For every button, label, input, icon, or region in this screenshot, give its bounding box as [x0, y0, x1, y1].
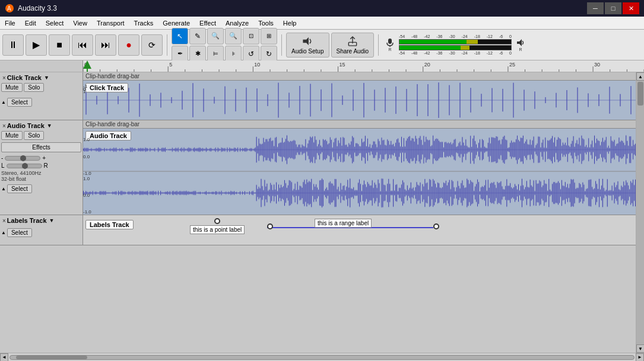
- vscroll-down-button[interactable]: ▼: [636, 344, 644, 353]
- menubar: File Edit Select View Transport Tracks G…: [0, 17, 644, 30]
- click-track-body: Clip-handle drag-bar Click Track 1 0 -1: [83, 72, 636, 120]
- empty-track-area: [0, 245, 636, 353]
- audio-setup-button[interactable]: Audio Setup: [286, 33, 329, 57]
- titlebar: A Audacity 3.3 ─ □ ✕: [0, 0, 644, 17]
- audio-setup-label: Audio Setup: [291, 48, 324, 55]
- menu-select[interactable]: Select: [41, 17, 69, 30]
- vscroll-thumb[interactable]: [637, 82, 643, 106]
- skip-back-button[interactable]: ⏮: [72, 34, 93, 56]
- select-tool-button[interactable]: ↖: [172, 28, 188, 44]
- fit-track-button[interactable]: ⊞: [261, 28, 277, 44]
- redo-button[interactable]: ↻: [261, 46, 277, 62]
- audio-track-info1: Stereo, 44100Hz: [1, 170, 81, 176]
- main-area: × Click Track ▼ Mute Solo ▲ Select Clip-…: [0, 60, 644, 361]
- gain-minus-label: -: [1, 155, 3, 161]
- fit-project-button[interactable]: ⊡: [243, 28, 259, 44]
- menu-view[interactable]: View: [68, 17, 92, 30]
- share-icon: [347, 36, 359, 47]
- mic-icon: [385, 38, 395, 47]
- audio-track-close[interactable]: ×: [2, 123, 6, 129]
- vertical-scrollbar[interactable]: ▲ ▼: [636, 72, 644, 353]
- svg-rect-4: [388, 39, 392, 44]
- menu-transport[interactable]: Transport: [92, 17, 129, 30]
- labels-track-body: Labels Track this is a point label this …: [83, 215, 636, 245]
- audio-track: × Audio Track ▼ Mute Solo Effects -: [0, 120, 636, 215]
- audio-track-select-button[interactable]: Select: [7, 184, 32, 193]
- point-label: this is a point label: [190, 225, 245, 234]
- ruler-canvas: [83, 60, 644, 72]
- click-track-close[interactable]: ×: [2, 75, 6, 81]
- silence-button[interactable]: ⊧: [225, 46, 242, 62]
- skip-forward-button[interactable]: ⏭: [95, 34, 116, 56]
- gain-plus-label: +: [42, 155, 46, 161]
- labels-track-controls: × Labels Track ▼ ▲ Select: [0, 215, 83, 245]
- click-track-controls: × Click Track ▼ Mute Solo ▲ Select: [0, 72, 83, 120]
- click-track-dropdown[interactable]: ▼: [44, 75, 49, 81]
- labels-track-label: Labels Track: [85, 220, 134, 229]
- audio-track-mute-button[interactable]: Mute: [1, 131, 23, 140]
- speaker-icon: [302, 36, 313, 47]
- minimize-button[interactable]: ─: [587, 2, 604, 14]
- audio-track-dragbar[interactable]: Clip-handle drag-bar: [83, 120, 636, 129]
- hscroll-right-button[interactable]: ►: [636, 353, 644, 362]
- menu-help[interactable]: Help: [278, 17, 302, 30]
- audio-track-solo-button[interactable]: Solo: [24, 131, 44, 140]
- horizontal-scrollbar[interactable]: ◄ ►: [0, 353, 644, 361]
- envelope-tool-button[interactable]: ✎: [189, 28, 206, 44]
- zoom-out-button[interactable]: 🔍: [225, 28, 242, 44]
- click-track-solo-button[interactable]: Solo: [24, 83, 44, 92]
- audio-track-waveform: [83, 129, 636, 214]
- loop-button[interactable]: ⟳: [141, 34, 163, 56]
- close-button[interactable]: ✕: [623, 2, 639, 14]
- menu-file[interactable]: File: [0, 17, 20, 30]
- labels-track-dropdown[interactable]: ▼: [49, 218, 55, 223]
- svg-marker-2: [303, 37, 309, 44]
- app-title: Audacity 3.3: [18, 4, 587, 12]
- range-label: this is a range label: [315, 219, 372, 228]
- click-track-label: Click Track: [85, 83, 128, 92]
- labels-track-select-arrow: ▲: [1, 230, 6, 235]
- labels-track-select-button[interactable]: Select: [7, 228, 32, 237]
- pan-slider[interactable]: [7, 164, 42, 168]
- play-button[interactable]: ▶: [26, 34, 47, 56]
- click-track: × Click Track ▼ Mute Solo ▲ Select Clip-…: [0, 72, 636, 120]
- menu-edit[interactable]: Edit: [20, 17, 41, 30]
- toolbar: ⏸ ▶ ■ ⏮ ⏭ ● ⟳ ↖ ✎ 🔍 🔍 ⊡ ⊞ ✒ ✱ ⊨ ⊧ ↺ ↻ Au…: [0, 30, 644, 60]
- undo-button[interactable]: ↺: [243, 46, 259, 62]
- window-controls: ─ □ ✕: [587, 2, 639, 14]
- audio-track-effects-button[interactable]: Effects: [1, 142, 81, 152]
- audio-track-select-arrow: ▲: [1, 186, 6, 191]
- pan-right-label: R: [44, 162, 48, 169]
- multi-tool-button[interactable]: ✱: [189, 46, 206, 62]
- gain-slider[interactable]: [5, 156, 40, 161]
- maximize-button[interactable]: □: [605, 2, 621, 14]
- record-button[interactable]: ●: [118, 34, 139, 56]
- tracks-area: × Click Track ▼ Mute Solo ▲ Select Clip-…: [0, 72, 644, 353]
- audio-track-dropdown[interactable]: ▼: [47, 123, 52, 129]
- labels-track-name: Labels Track: [7, 217, 47, 224]
- speaker-small-icon: [516, 38, 525, 47]
- labels-track-close[interactable]: ×: [2, 218, 6, 224]
- menu-tracks[interactable]: Tracks: [129, 17, 158, 30]
- share-audio-button[interactable]: Share Audio: [331, 33, 375, 57]
- pan-left-label: L: [1, 162, 5, 169]
- vscroll-up-button[interactable]: ▲: [636, 72, 644, 81]
- audio-track-controls: × Audio Track ▼ Mute Solo Effects -: [0, 120, 83, 215]
- labels-track: × Labels Track ▼ ▲ Select Labels Track: [0, 215, 636, 245]
- click-track-select-button[interactable]: Select: [7, 98, 32, 107]
- click-track-waveform: [83, 81, 636, 120]
- draw-tool-button[interactable]: ✒: [172, 46, 188, 62]
- click-track-dragbar[interactable]: Clip-handle drag-bar: [83, 72, 636, 81]
- stop-button[interactable]: ■: [49, 34, 70, 56]
- pause-button[interactable]: ⏸: [2, 34, 24, 56]
- audio-track-name: Audio Track: [7, 122, 45, 129]
- tracks-scroll: × Click Track ▼ Mute Solo ▲ Select Clip-…: [0, 72, 636, 353]
- hscroll-thumb[interactable]: [16, 356, 87, 359]
- hscroll-left-button[interactable]: ◄: [0, 353, 8, 362]
- zoom-in-button[interactable]: 🔍: [207, 28, 224, 44]
- trim-button[interactable]: ⊨: [207, 46, 224, 62]
- click-track-select-arrow: ▲: [1, 100, 6, 105]
- click-track-mute-button[interactable]: Mute: [1, 83, 23, 92]
- audio-track-body: Clip-handle drag-bar Audio Track 1.0 0.0…: [83, 120, 636, 215]
- svg-marker-7: [83, 60, 91, 69]
